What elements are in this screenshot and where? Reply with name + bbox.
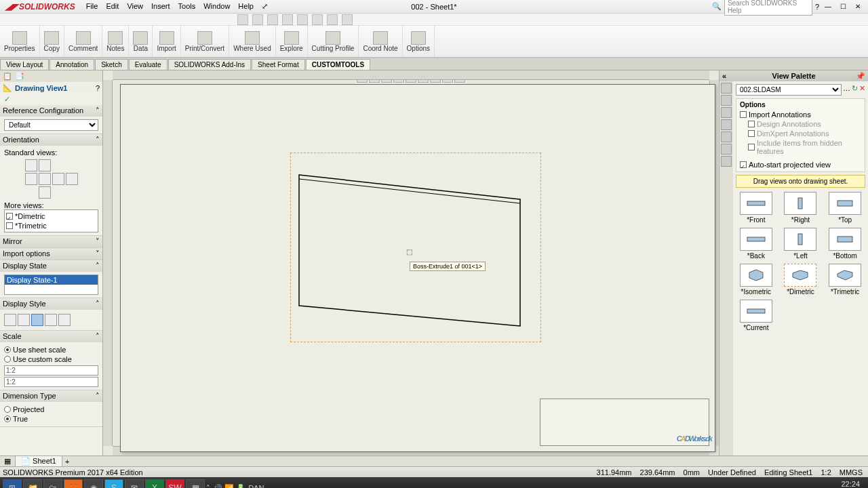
tray-up-icon[interactable]: ˄ (206, 484, 210, 489)
display-state-item[interactable]: Display State-1 (5, 275, 98, 285)
menu-help[interactable]: Help (238, 2, 254, 11)
pin-icon[interactable]: 📌 (856, 72, 865, 81)
style-wireframe[interactable] (4, 314, 16, 326)
cmd-notes[interactable]: Notes (102, 26, 129, 57)
rebuild-icon[interactable] (327, 14, 338, 25)
menu-window[interactable]: Window (203, 2, 230, 11)
style-hidden-visible[interactable] (18, 314, 30, 326)
task-outlook[interactable]: ✉ (125, 479, 144, 488)
cmd-explore[interactable]: Explore (276, 26, 308, 57)
tab-sketch[interactable]: Sketch (95, 59, 128, 70)
file-explorer-icon[interactable] (721, 107, 732, 118)
tray-icons[interactable]: 🔊 📶 🔋 (213, 484, 245, 489)
true-radio[interactable] (4, 415, 11, 422)
open-icon[interactable] (252, 14, 263, 25)
style-shaded-edges[interactable] (45, 314, 57, 326)
view-top[interactable] (39, 173, 51, 185)
thumb-dimetric[interactable]: *Dimetric (781, 264, 821, 296)
property-manager-icon[interactable]: 📑 (15, 72, 24, 81)
print-icon[interactable] (282, 14, 293, 25)
cmd-properties[interactable]: Properties (0, 26, 40, 57)
tab-addins[interactable]: SOLIDWORKS Add-Ins (168, 59, 251, 70)
cmd-comment[interactable]: Comment (64, 26, 102, 57)
cmd-copy[interactable]: Copy (40, 26, 64, 57)
projected-radio[interactable] (4, 406, 11, 413)
view-left[interactable] (25, 173, 37, 185)
menu-view[interactable]: View (127, 2, 143, 11)
feature-tree-icon[interactable]: 📋 (3, 72, 12, 81)
section-scale[interactable]: Scale˄ (0, 331, 102, 342)
tab-evaluate[interactable]: Evaluate (129, 59, 167, 70)
tab-sheet-format[interactable]: Sheet Format (252, 59, 305, 70)
view-palette-icon[interactable] (721, 119, 732, 130)
cmd-coord-note[interactable]: Coord Note (359, 26, 402, 57)
cmd-options[interactable]: Options (403, 26, 435, 57)
drawing-view-boundary[interactable]: ⬚ Boss-Extrude1 of 001<1> (290, 152, 541, 342)
task-firefox[interactable]: 🦊 (64, 479, 83, 488)
view-bottom[interactable] (39, 186, 51, 199)
minimize-button[interactable]: — (822, 2, 834, 12)
view-right[interactable] (52, 173, 64, 185)
sheet-scale-radio[interactable] (4, 346, 11, 353)
save-icon[interactable] (267, 14, 278, 25)
help-icon[interactable]: ? (96, 84, 100, 92)
ok-button[interactable]: ✓ (4, 95, 10, 103)
section-orientation[interactable]: Orientation˄ (0, 134, 102, 146)
sheet1-tab[interactable]: 📄 Sheet1 (15, 455, 62, 467)
task-chrome[interactable]: ◉ (84, 479, 103, 488)
maximize-button[interactable]: ☐ (837, 2, 849, 12)
thumb-back[interactable]: *Back (736, 228, 776, 260)
section-display-state[interactable]: Display State˄ (0, 260, 102, 272)
style-hidden-removed[interactable] (31, 314, 43, 326)
model-select[interactable]: 002.SLDASM (736, 84, 842, 96)
cmd-where-used[interactable]: Where Used (229, 26, 276, 57)
autostart-checkbox[interactable] (740, 161, 747, 168)
model-tree-icon[interactable]: ▦ (0, 457, 15, 466)
add-sheet-icon[interactable]: + (62, 458, 72, 466)
options-icon[interactable] (342, 14, 353, 25)
drawing-canvas[interactable]: ⬚ Boss-Extrude1 of 001<1> CADWorks.dk (103, 70, 719, 455)
thumb-right[interactable]: *Right (781, 192, 821, 224)
task-explorer[interactable]: 📁 (23, 479, 42, 488)
tray-lang[interactable]: DAN (248, 484, 264, 488)
task-folder[interactable]: 🗂 (43, 479, 62, 488)
menu-insert[interactable]: Insert (151, 2, 170, 11)
view-iso[interactable] (39, 159, 51, 171)
section-import[interactable]: Import options˅ (0, 248, 102, 260)
cmd-import[interactable]: Import (153, 26, 180, 57)
undo-icon[interactable] (297, 14, 308, 25)
menu-file[interactable]: File (86, 2, 98, 11)
thumb-left[interactable]: *Left (781, 228, 821, 260)
close-button[interactable]: ✕ (852, 2, 864, 12)
appearances-icon[interactable] (721, 131, 732, 142)
forum-icon[interactable] (721, 156, 732, 167)
task-app[interactable]: ▦ (186, 479, 205, 488)
new-icon[interactable] (237, 14, 248, 25)
dimetric-checkbox[interactable] (6, 213, 13, 220)
status-units[interactable]: MMGS (840, 468, 863, 476)
search-input[interactable]: Search SOLIDWORKS Help (724, 0, 812, 16)
task-solidworks[interactable]: SW (165, 479, 184, 488)
cmd-cutting-profile[interactable]: Cutting Profile (308, 26, 359, 57)
select-icon[interactable] (312, 14, 323, 25)
collapse-icon[interactable]: « (722, 72, 726, 80)
tab-customtools[interactable]: CUSTOMTOOLS (306, 59, 370, 70)
custom-props-icon[interactable] (721, 144, 732, 155)
browse-icon[interactable]: … (843, 84, 850, 98)
taskbar-clock[interactable]: 22:24 21-02-2017 (822, 481, 865, 488)
start-button[interactable]: ⊞ (3, 479, 22, 488)
section-ref-config[interactable]: Reference Configuration˄ (0, 105, 102, 117)
menu-pin-icon[interactable]: ⤢ (262, 2, 268, 11)
menu-edit[interactable]: Edit (106, 2, 119, 11)
tab-annotation[interactable]: Annotation (50, 59, 94, 70)
refresh-icon[interactable]: ↻ (852, 84, 858, 98)
resources-icon[interactable] (721, 83, 732, 94)
thumb-trimetric[interactable]: *Trimetric (825, 264, 865, 296)
task-excel[interactable]: X (145, 479, 164, 488)
import-anno-checkbox[interactable] (740, 111, 747, 118)
view-back[interactable] (66, 173, 78, 185)
cmd-print-convert[interactable]: Print/Convert (181, 26, 229, 57)
system-tray[interactable]: ˄ 🔊 📶 🔋 DAN (206, 484, 264, 489)
help-icon[interactable]: ? (815, 3, 819, 11)
thumb-top[interactable]: *Top (825, 192, 865, 224)
